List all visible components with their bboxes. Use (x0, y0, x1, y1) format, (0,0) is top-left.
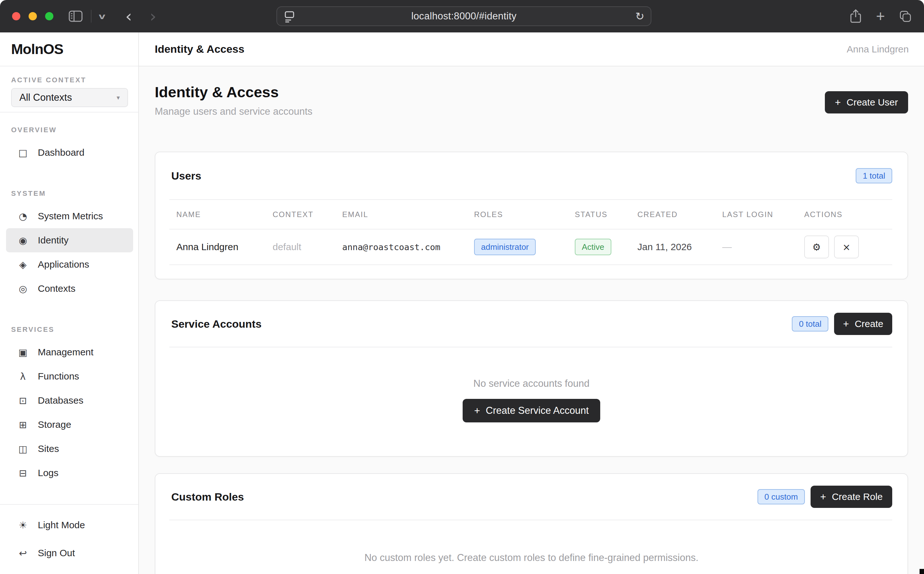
sidebar-item-identity[interactable]: ◉ Identity (6, 228, 133, 252)
sidebar-nav: OVERVIEW □ Dashboard SYSTEM ◔ System Met… (0, 112, 138, 504)
users-card-title: Users (171, 170, 201, 182)
status-badge: Active (575, 239, 611, 255)
create-service-account-cta-button[interactable]: + Create Service Account (463, 399, 600, 423)
traffic-lights (0, 12, 54, 20)
dashboard-icon: □ (17, 147, 28, 158)
browser-chrome: v ‹ › localhost:8000/#identity ↻ (0, 0, 924, 32)
users-card: Users 1 total NAME CONTEXT EMAIL ROLES S… (155, 151, 908, 279)
databases-icon: ⊡ (17, 395, 28, 406)
browser-window: v ‹ › localhost:8000/#identity ↻ (0, 0, 924, 574)
service-accounts-card: Service Accounts 0 total + Create No ser… (155, 300, 908, 457)
contexts-icon: ◎ (17, 283, 28, 294)
plus-icon: + (835, 97, 841, 108)
app-logo: MolnOS (11, 41, 63, 58)
sidebar-item-storage[interactable]: ⊞ Storage (6, 413, 133, 437)
user-settings-button[interactable]: ⚙ (804, 235, 829, 259)
user-actions-cell: ⚙ × (804, 235, 892, 259)
table-row: Anna Lindgren default anna@roastcoast.co… (169, 229, 892, 265)
sidebar-item-dashboard[interactable]: □ Dashboard (6, 140, 133, 165)
storage-icon: ⊞ (17, 419, 28, 430)
sidebar-item-applications[interactable]: ◈ Applications (6, 252, 133, 276)
user-delete-button[interactable]: × (834, 235, 859, 259)
service-accounts-empty-text: No service accounts found (155, 378, 907, 390)
chevron-down-icon: ▾ (116, 94, 120, 101)
functions-icon: λ (17, 371, 28, 382)
users-table: NAME CONTEXT EMAIL ROLES STATUS CREATED … (169, 200, 892, 279)
sidebar: MolnOS ACTIVE CONTEXT All Contexts ▾ OVE… (0, 32, 139, 574)
identity-icon: ◉ (17, 235, 28, 246)
page-settings-icon[interactable] (284, 11, 295, 22)
gear-icon: ⚙ (812, 241, 821, 253)
section-label-overview: OVERVIEW (11, 126, 127, 134)
metrics-icon: ◔ (17, 211, 28, 222)
plus-icon: + (820, 491, 826, 503)
user-name-cell: Anna Lindgren (176, 241, 272, 252)
sun-icon: ☀ (17, 520, 28, 531)
custom-roles-empty-text: No custom roles yet. Create custom roles… (155, 552, 907, 563)
zoom-window-button[interactable] (45, 12, 54, 20)
service-accounts-count-badge: 0 total (792, 316, 828, 331)
logs-icon: ⊟ (17, 468, 28, 479)
reload-icon[interactable]: ↻ (636, 10, 645, 22)
user-status-cell: Active (575, 239, 638, 255)
users-table-header: NAME CONTEXT EMAIL ROLES STATUS CREATED … (169, 200, 892, 229)
page-title: Identity & Access (155, 84, 312, 101)
user-context-cell: default (272, 241, 342, 252)
sidebar-item-management[interactable]: ▣ Management (6, 340, 133, 364)
share-icon[interactable] (850, 9, 862, 23)
page-subtitle: Manage users and service accounts (155, 106, 312, 117)
section-label-services: SERVICES (11, 325, 127, 334)
sidebar-toggle-icon[interactable] (69, 11, 83, 22)
user-created-cell: Jan 11, 2026 (638, 241, 722, 252)
sidebar-chevron-down-icon[interactable]: v (99, 11, 105, 21)
tab-overview-icon[interactable] (899, 9, 911, 23)
context-select-value: All Contexts (19, 92, 72, 103)
main-content: Identity & Access Manage users and servi… (139, 66, 924, 574)
plus-icon: + (474, 405, 480, 417)
header-title: Identity & Access (155, 43, 244, 55)
sidebar-item-logs[interactable]: ⊟ Logs (6, 461, 133, 485)
plus-icon: + (843, 318, 849, 330)
user-last-login-cell: — (722, 241, 804, 252)
management-icon: ▣ (17, 347, 28, 358)
light-mode-toggle[interactable]: ☀ Light Mode (6, 513, 133, 537)
role-badge: administrator (474, 239, 536, 255)
active-context-label: ACTIVE CONTEXT (11, 76, 128, 84)
sign-out-icon: ↩ (17, 548, 28, 559)
current-user-name: Anna Lindgren (847, 44, 909, 55)
user-email-cell: anna@roastcoast.com (342, 242, 474, 252)
close-window-button[interactable] (12, 12, 20, 20)
sidebar-item-databases[interactable]: ⊡ Databases (6, 388, 133, 413)
sign-out-button[interactable]: ↩ Sign Out (6, 541, 133, 565)
custom-roles-title: Custom Roles (171, 491, 244, 503)
section-label-system: SYSTEM (11, 189, 127, 198)
custom-roles-card: Custom Roles 0 custom + Create Role No c… (155, 473, 908, 574)
sidebar-item-sites[interactable]: ◫ Sites (6, 437, 133, 461)
sidebar-item-contexts[interactable]: ◎ Contexts (6, 276, 133, 301)
create-role-button[interactable]: + Create Role (811, 486, 892, 508)
new-tab-icon[interactable]: + (874, 9, 886, 23)
corner-resize-dot (919, 569, 924, 574)
forward-button[interactable]: › (145, 8, 161, 24)
create-service-account-button[interactable]: + Create (834, 313, 892, 335)
context-select[interactable]: All Contexts ▾ (11, 88, 128, 107)
custom-roles-count-badge: 0 custom (757, 489, 805, 505)
sites-icon: ◫ (17, 443, 28, 454)
chrome-separator (91, 10, 91, 22)
url-text: localhost:8000/#identity (411, 11, 516, 22)
back-button[interactable]: ‹ (121, 8, 136, 24)
create-user-button[interactable]: + Create User (825, 91, 908, 114)
service-accounts-title: Service Accounts (171, 318, 261, 330)
address-bar[interactable]: localhost:8000/#identity ↻ (276, 6, 652, 26)
users-count-badge: 1 total (856, 168, 892, 183)
close-icon: × (842, 241, 850, 253)
user-roles-cell: administrator (474, 239, 575, 255)
sidebar-item-system-metrics[interactable]: ◔ System Metrics (6, 204, 133, 228)
minimize-window-button[interactable] (28, 12, 37, 20)
sidebar-item-functions[interactable]: λ Functions (6, 364, 133, 388)
applications-icon: ◈ (17, 259, 28, 270)
main-header: Identity & Access Anna Lindgren (139, 32, 924, 66)
